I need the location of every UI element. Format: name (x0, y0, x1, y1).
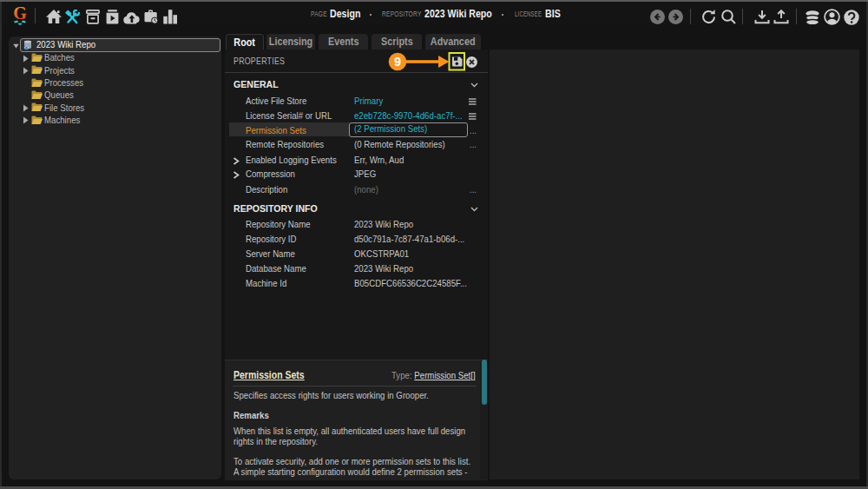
svg-text:G: G (13, 4, 27, 23)
svg-text:9: 9 (394, 55, 401, 69)
